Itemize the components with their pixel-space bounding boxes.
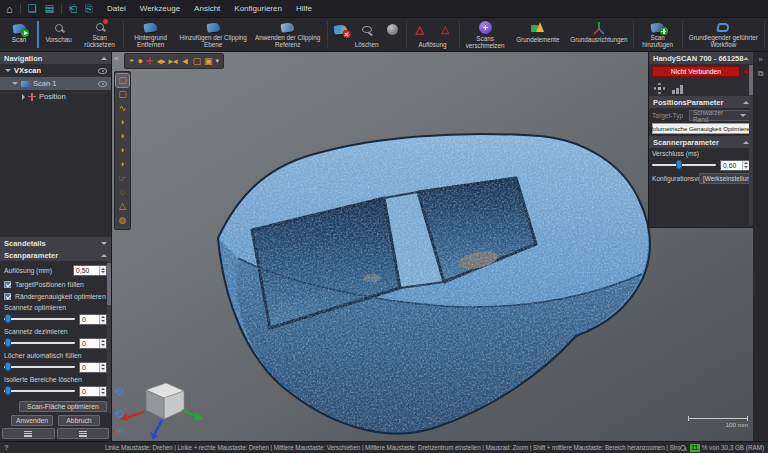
slider-thumb[interactable] <box>5 338 11 347</box>
preview-button[interactable]: Vorschau <box>40 19 78 50</box>
value-spinner[interactable]: 0 <box>79 386 107 397</box>
collapse-icon[interactable] <box>101 242 107 245</box>
value-spinner[interactable]: 0 <box>79 338 107 349</box>
slider-thumb[interactable] <box>5 362 11 371</box>
checkbox-checked-icon[interactable] <box>4 281 11 288</box>
slider-track[interactable] <box>4 342 75 344</box>
clipping-half-plane-4-icon[interactable]: ◗ <box>116 158 129 171</box>
shutter-slider-thumb[interactable] <box>676 160 682 169</box>
target-type-dropdown[interactable]: Schwarzer Rand <box>689 110 750 121</box>
select-circle-icon[interactable]: ◌ <box>116 186 129 199</box>
zoom-to-fit-icon[interactable]: ▣ <box>204 54 213 68</box>
list-view-toggle-2[interactable] <box>57 428 110 439</box>
scanparameter-header[interactable]: Scanparameter <box>0 249 111 261</box>
move-view-icon[interactable]: ✛ <box>146 54 154 68</box>
expander-icon[interactable] <box>12 82 18 85</box>
guided-workflow-button[interactable]: Grundlegender geführter Workflow <box>683 19 763 50</box>
cancel-button[interactable]: Abbruch <box>58 415 100 426</box>
delete-selection-icon[interactable] <box>332 22 350 36</box>
slider-track[interactable] <box>4 318 75 320</box>
save-icon[interactable]: ▤ <box>45 0 54 18</box>
reset-scan-button[interactable]: Scan rücksetzen <box>78 19 122 50</box>
resolution-spinner[interactable]: 0,50 <box>73 265 107 276</box>
base-alignments-button[interactable]: Grundausrichtungen <box>566 19 632 50</box>
navigation-header[interactable]: Navigation <box>0 52 111 64</box>
shading-mode-icon[interactable]: ◓ <box>129 54 134 68</box>
signal-strength-icon[interactable] <box>672 85 683 94</box>
toolbar-dropdown-icon[interactable]: ▾ <box>215 54 219 68</box>
menu-konfigurieren[interactable]: Konfigurieren <box>234 4 282 13</box>
menu-hilfe[interactable]: Hilfe <box>296 4 312 13</box>
tree-item-vxscan[interactable]: VXscan <box>0 64 111 77</box>
help-icon[interactable]: ? <box>4 443 9 452</box>
left-panel-scrollbar[interactable] <box>107 261 111 413</box>
spinner-arrows-icon[interactable] <box>742 161 749 170</box>
clipping-half-plane-2-icon[interactable]: ◗ <box>116 130 129 143</box>
slider-thumb[interactable] <box>5 386 11 395</box>
flip-view-left-icon[interactable]: ◂▸ <box>156 54 165 68</box>
scandetails-header[interactable]: Scandetails <box>0 237 111 249</box>
new-document-icon[interactable]: ❏ <box>28 0 37 18</box>
pick-tool-icon[interactable]: ☞ <box>116 172 129 185</box>
value-spinner[interactable]: 0 <box>79 362 107 373</box>
clipping-half-plane-3-icon[interactable]: ◗ <box>116 144 129 157</box>
checkbox-checked-icon[interactable] <box>4 293 11 300</box>
add-clipping-plane-button[interactable]: Hinzufügen der Clipping Ebene <box>177 19 249 50</box>
home-icon[interactable]: ⌂ <box>6 0 13 18</box>
clipping-half-plane-1-icon[interactable]: ◗ <box>116 116 129 129</box>
add-scan-button[interactable]: Scan hinzufügen <box>635 19 681 50</box>
detach-window-icon[interactable]: ⧉ <box>758 69 764 78</box>
menu-ansicht[interactable]: Ansicht <box>194 4 220 13</box>
tree-item-scan1[interactable]: Scan 1 <box>0 77 111 90</box>
select-rectangle-alt-icon[interactable]: ▢ <box>116 88 129 101</box>
light-icon[interactable]: ● <box>137 54 142 68</box>
select-rectangle-icon[interactable]: ▢ <box>116 74 129 87</box>
list-view-toggle-1[interactable] <box>2 428 55 439</box>
visibility-eye-icon[interactable] <box>98 81 107 87</box>
apply-clipping-reference-button[interactable]: Anwenden der Clipping Referenz <box>249 19 326 50</box>
remove-background-button[interactable]: Hintergrund Entfernen <box>124 19 177 50</box>
merge-scans-button[interactable]: Scans verschmelzen <box>460 19 510 50</box>
zoom-level-icon[interactable] <box>680 445 686 451</box>
collapse-icon[interactable] <box>743 57 749 60</box>
previous-view-icon[interactable]: ◄ <box>181 54 190 68</box>
scanner-parameter-header[interactable]: Scannerparameter <box>649 136 753 148</box>
spinner-arrows-icon[interactable] <box>99 387 106 396</box>
positioning-targets-icon[interactable] <box>654 83 665 94</box>
collapse-icon[interactable] <box>101 57 107 60</box>
spinner-arrows-icon[interactable] <box>99 266 106 275</box>
expand-panel-icon[interactable]: » <box>758 55 762 64</box>
export-session-icon[interactable]: ⎘ <box>85 0 93 18</box>
select-triangle-icon[interactable]: △ <box>116 200 129 213</box>
apply-button[interactable]: Anwenden <box>11 415 53 426</box>
slider-track[interactable] <box>4 366 75 368</box>
tree-item-position[interactable]: Position <box>0 90 111 103</box>
scanner-header[interactable]: HandySCAN 700 - 661258 <box>649 52 753 64</box>
slider-thumb[interactable] <box>5 314 11 323</box>
menu-datei[interactable]: Datei <box>107 4 126 13</box>
select-disc-icon[interactable]: ◍ <box>116 214 129 227</box>
spinner-arrows-icon[interactable] <box>99 363 106 372</box>
shutter-slider-track[interactable] <box>652 164 716 166</box>
connection-status-button[interactable]: Nicht Verbunden <box>652 66 740 77</box>
expander-icon[interactable] <box>22 94 25 100</box>
zoom-to-selection-icon[interactable]: ▢ <box>192 54 201 68</box>
collapse-left-panel-icon[interactable]: « <box>114 54 118 63</box>
visibility-eye-icon[interactable] <box>98 68 107 74</box>
decrease-resolution-icon[interactable]: △ <box>437 22 455 36</box>
primitives-button[interactable]: Grundelemente <box>510 19 566 50</box>
menu-werkzeuge[interactable]: Werkzeuge <box>140 4 180 13</box>
spinner-arrows-icon[interactable] <box>99 315 106 324</box>
slider-track[interactable] <box>4 390 75 392</box>
optimize-boundary-accuracy-checkbox[interactable]: Rändergenauigkeit optimieren <box>4 291 107 301</box>
optimize-scan-surface-button[interactable]: Scan-Fläche optimieren <box>19 401 107 412</box>
flip-view-right-icon[interactable]: ▸◂ <box>168 54 177 68</box>
fill-target-positions-checkbox[interactable]: TargetPositionen füllen <box>4 279 107 289</box>
positions-parameter-header[interactable]: PositionsParameter <box>649 96 753 108</box>
shutter-spinner[interactable]: 0,60 <box>720 160 750 171</box>
increase-resolution-icon[interactable]: △ <box>411 22 429 36</box>
spinner-arrows-icon[interactable] <box>99 339 106 348</box>
select-freeform-icon[interactable]: ∿ <box>116 102 129 115</box>
expander-icon[interactable] <box>5 69 11 72</box>
import-session-icon[interactable]: ⎗ <box>69 0 77 18</box>
